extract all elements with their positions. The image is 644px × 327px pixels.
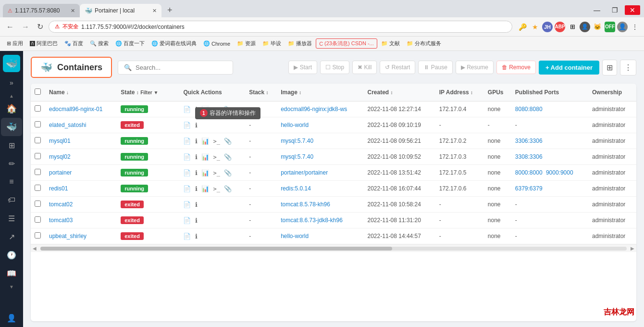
bookmark-apps[interactable]: ⊞ 应用 bbox=[4, 39, 26, 48]
qa-doc-1[interactable]: 📄 bbox=[183, 106, 191, 113]
sidebar-logo[interactable]: 🐳 bbox=[3, 55, 20, 72]
col-ip[interactable]: IP Address ↕ bbox=[435, 84, 484, 101]
image-link-6[interactable]: redis:5.0.14 bbox=[281, 185, 311, 192]
container-name-3[interactable]: mysql01 bbox=[49, 138, 71, 144]
container-name-5[interactable]: portainer bbox=[49, 169, 72, 176]
qa-attach-5[interactable]: 📎 bbox=[224, 169, 232, 176]
tab-close-2[interactable]: ✕ bbox=[152, 8, 157, 14]
qa-stats-6[interactable]: 📊 bbox=[201, 185, 209, 192]
sidebar-item-grid[interactable]: ⊞ bbox=[1, 136, 22, 154]
sidebar-scroll-up[interactable]: ▲ bbox=[8, 92, 15, 100]
add-container-button[interactable]: + Add container bbox=[539, 61, 599, 75]
image-link-7[interactable]: tomcat:8.5.78-kh96 bbox=[281, 201, 330, 208]
bookmark-distributed[interactable]: 📁 分布式服务 bbox=[404, 39, 444, 48]
qa-console-3[interactable]: >_ bbox=[213, 138, 220, 145]
columns-button[interactable]: ⊞ bbox=[602, 60, 617, 75]
port-link-1[interactable]: 8080:8080 bbox=[515, 106, 543, 113]
qa-stats-3[interactable]: 📊 bbox=[201, 138, 209, 145]
qa-info-7[interactable]: ℹ bbox=[195, 201, 198, 208]
container-name-6[interactable]: redis01 bbox=[49, 185, 68, 192]
image-link-9[interactable]: hello-world bbox=[281, 233, 309, 239]
row-checkbox-7[interactable] bbox=[35, 201, 41, 207]
search-input[interactable] bbox=[136, 64, 227, 71]
bookmark-baiduyixia[interactable]: 🌐 百度一下 bbox=[112, 39, 148, 48]
bookmark-iciba[interactable]: 🌐 爱词霸在线词典 bbox=[149, 39, 199, 48]
sidebar-item-book[interactable]: 📖 bbox=[1, 264, 22, 282]
horizontal-scroll-bar[interactable]: ◀ ▶ bbox=[31, 244, 636, 252]
port-link-4[interactable]: 3308:3306 bbox=[515, 153, 543, 160]
row-checkbox-1[interactable] bbox=[35, 105, 41, 112]
bookmark-alibaba[interactable]: 🅰 阿里巴巴 bbox=[27, 39, 61, 48]
port-link-6[interactable]: 6379:6379 bbox=[515, 185, 543, 192]
win-close-button[interactable]: ✕ bbox=[625, 5, 640, 15]
port-link-3[interactable]: 3306:3306 bbox=[515, 138, 543, 144]
row-checkbox-5[interactable] bbox=[35, 169, 41, 175]
sidebar-item-docker[interactable]: 🐳 bbox=[1, 118, 22, 136]
image-link-2[interactable]: hello-world bbox=[281, 122, 309, 128]
unknown-icon-1[interactable]: 🐱 bbox=[592, 22, 603, 32]
new-tab-button[interactable]: + bbox=[163, 5, 176, 15]
col-stack[interactable]: Stack ↕ bbox=[245, 84, 277, 101]
select-all-checkbox[interactable] bbox=[35, 88, 41, 95]
resume-button[interactable]: ▶ Resume bbox=[456, 61, 494, 74]
qa-info-3[interactable]: ℹ bbox=[195, 138, 198, 145]
col-check[interactable] bbox=[31, 84, 45, 101]
scroll-left-arrow[interactable]: ◀ bbox=[31, 246, 38, 251]
key-icon[interactable]: 🔑 bbox=[517, 22, 528, 32]
qa-stats-4[interactable]: 📊 bbox=[201, 153, 209, 161]
row-checkbox-4[interactable] bbox=[35, 153, 41, 159]
sidebar-item-list[interactable]: ☰ bbox=[1, 209, 22, 227]
qa-doc-7[interactable]: 📄 bbox=[183, 201, 191, 208]
port-link-5a[interactable]: 8000:8000 bbox=[515, 169, 543, 176]
row-checkbox-3[interactable] bbox=[35, 137, 41, 143]
image-link-5[interactable]: portainer/portainer bbox=[281, 169, 328, 176]
bookmark-search[interactable]: 🔍 搜索 bbox=[87, 39, 111, 48]
qa-info-6[interactable]: ℹ bbox=[195, 185, 198, 192]
qa-console-5[interactable]: >_ bbox=[213, 170, 220, 176]
qa-attach-6[interactable]: 📎 bbox=[224, 185, 232, 192]
tab-close-1[interactable]: ✕ bbox=[71, 8, 75, 14]
sidebar-scroll-down[interactable]: ▼ bbox=[8, 283, 15, 290]
image-link-4[interactable]: mysql:5.7.40 bbox=[281, 153, 313, 160]
sidebar-item-clock[interactable]: 🕐 bbox=[1, 246, 22, 264]
win-minimize-button[interactable]: — bbox=[589, 5, 605, 15]
sidebar-item-layers[interactable]: ≡ bbox=[1, 173, 22, 191]
user-icon-toolbar[interactable]: 👤 bbox=[580, 22, 590, 32]
qa-info-2[interactable]: ℹ 1 容器的详情和操作 bbox=[195, 122, 198, 129]
bookmark-csdn[interactable]: C (23条消息) CSDN -... bbox=[316, 38, 377, 49]
menu-icon[interactable]: ⋮ bbox=[630, 22, 640, 32]
bookmark-star-icon[interactable]: ★ bbox=[530, 22, 540, 32]
qa-doc-5[interactable]: 📄 bbox=[183, 169, 191, 176]
green-extension-icon[interactable]: OFF bbox=[605, 22, 615, 32]
sidebar-collapse-button[interactable]: » bbox=[1, 76, 22, 89]
row-checkbox-6[interactable] bbox=[35, 185, 41, 191]
filter-icon[interactable]: Filter ▼ bbox=[140, 90, 158, 95]
sidebar-item-home[interactable]: 🏠 bbox=[1, 100, 22, 118]
bookmark-chrome[interactable]: 🌐 Chrome bbox=[200, 39, 233, 48]
remove-button[interactable]: 🗑 Remove bbox=[496, 61, 536, 74]
row-checkbox-9[interactable] bbox=[35, 232, 41, 239]
sidebar-item-edit[interactable]: ✏ bbox=[1, 154, 22, 173]
more-options-button[interactable]: ⋮ bbox=[620, 60, 636, 75]
container-name-9[interactable]: upbeat_shirley bbox=[49, 233, 87, 239]
col-state[interactable]: State ↕ Filter ▼ bbox=[117, 84, 170, 101]
qa-console-6[interactable]: >_ bbox=[213, 186, 220, 192]
container-name-8[interactable]: tomcat03 bbox=[49, 217, 73, 224]
profile-icon[interactable]: 👤 bbox=[617, 22, 628, 32]
qa-doc-2[interactable]: 📄 bbox=[183, 122, 191, 129]
qa-doc-8[interactable]: 📄 bbox=[183, 217, 191, 224]
back-button[interactable]: ← bbox=[4, 22, 16, 32]
col-image[interactable]: Image ↕ bbox=[277, 84, 363, 101]
qa-info-8[interactable]: ℹ bbox=[195, 217, 198, 224]
container-name-7[interactable]: tomcat02 bbox=[49, 201, 73, 208]
forward-button[interactable]: → bbox=[19, 22, 32, 32]
qa-info-5[interactable]: ℹ bbox=[195, 169, 198, 176]
row-checkbox-2[interactable] bbox=[35, 121, 41, 127]
extensions-icon[interactable]: JH bbox=[542, 22, 553, 32]
adblock-icon[interactable]: ABP bbox=[555, 22, 565, 32]
row-checkbox-8[interactable] bbox=[35, 216, 41, 223]
bookmark-literature[interactable]: 📁 文献 bbox=[378, 39, 403, 48]
container-name-4[interactable]: mysql02 bbox=[49, 153, 71, 160]
bookmark-bishe[interactable]: 📁 毕设 bbox=[260, 39, 284, 48]
qa-stats-5[interactable]: 📊 bbox=[201, 169, 209, 176]
